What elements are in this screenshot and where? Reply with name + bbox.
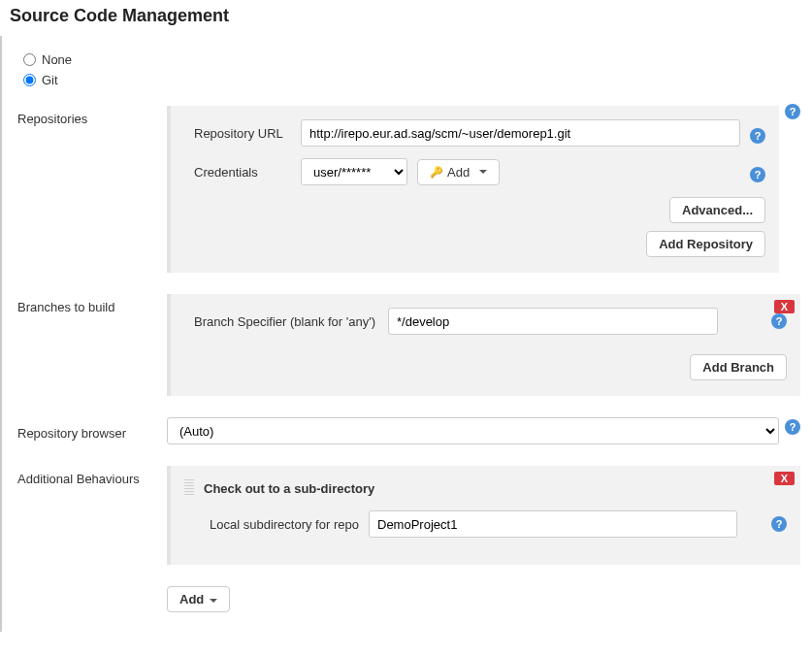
- repo-browser-select[interactable]: (Auto): [167, 417, 779, 444]
- help-icon[interactable]: ?: [750, 128, 765, 144]
- help-icon[interactable]: ?: [771, 313, 787, 329]
- repo-url-input[interactable]: [301, 119, 740, 147]
- add-behaviour-button[interactable]: Add: [167, 586, 230, 612]
- advanced-button[interactable]: Advanced...: [669, 197, 765, 223]
- subdir-input[interactable]: [369, 510, 737, 538]
- delete-branch-button[interactable]: X: [774, 300, 795, 313]
- help-icon[interactable]: ?: [771, 516, 787, 532]
- key-icon: 🔑: [430, 166, 443, 179]
- checkout-subdir-title: Check out to a sub-directory: [204, 481, 374, 496]
- add-repository-button[interactable]: Add Repository: [646, 231, 765, 257]
- radio-git-label: Git: [42, 73, 58, 87]
- scm-option-git[interactable]: Git: [23, 70, 800, 90]
- add-credentials-label: Add: [447, 165, 470, 180]
- repositories-panel: Repository URL ? Credentials user/******…: [167, 106, 779, 273]
- radio-none-label: None: [42, 52, 72, 67]
- repo-browser-label: Repository browser: [14, 422, 157, 441]
- behaviours-panel: X Check out to a sub-directory Local sub…: [167, 466, 800, 565]
- help-icon[interactable]: ?: [785, 104, 800, 119]
- branches-label: Branches to build: [14, 294, 157, 396]
- help-icon[interactable]: ?: [750, 167, 765, 182]
- add-branch-button[interactable]: Add Branch: [690, 354, 787, 380]
- branch-specifier-input[interactable]: [388, 308, 718, 335]
- branches-panel: X Branch Specifier (blank for 'any') ? A…: [167, 294, 800, 396]
- branch-specifier-label: Branch Specifier (blank for 'any'): [184, 314, 378, 329]
- subdir-label: Local subdirectory for repo: [184, 517, 359, 532]
- drag-handle-icon[interactable]: [184, 479, 194, 497]
- credentials-select[interactable]: user/******: [301, 158, 407, 185]
- radio-none[interactable]: [23, 53, 36, 66]
- credentials-label: Credentials: [184, 165, 291, 180]
- page-title: Source Code Management: [0, 0, 812, 36]
- repo-url-label: Repository URL: [184, 126, 291, 141]
- behaviours-label: Additional Behaviours: [14, 466, 157, 612]
- scm-radio-group: None Git: [14, 44, 800, 98]
- add-credentials-button[interactable]: 🔑 Add: [417, 159, 500, 185]
- help-icon[interactable]: ?: [785, 419, 800, 435]
- delete-behaviour-button[interactable]: X: [774, 472, 795, 485]
- repositories-label: Repositories: [14, 106, 157, 273]
- scm-option-none[interactable]: None: [23, 49, 800, 70]
- radio-git[interactable]: [23, 74, 36, 86]
